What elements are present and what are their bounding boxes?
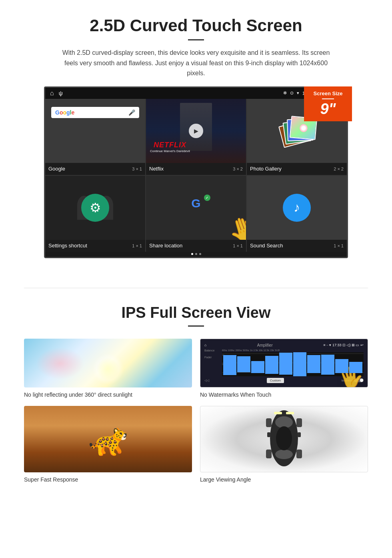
share-location-label-row: Share location 1 × 1 xyxy=(146,240,246,252)
netflix-app-cell[interactable]: ▶ NETFLIX Continue Marvel's Daredevil Ne… xyxy=(146,99,246,175)
nav-dots xyxy=(45,253,347,257)
google-cell-content: Google 🎤 xyxy=(45,99,145,163)
svg-point-2 xyxy=(275,450,293,459)
netflix-grid-size: 3 × 2 xyxy=(233,167,243,171)
google-label-row: Google 3 × 1 xyxy=(45,163,145,175)
car-svg xyxy=(264,406,304,470)
amp-custom-button[interactable]: Custom xyxy=(267,378,284,383)
nav-dot-2 xyxy=(195,253,197,255)
music-icon-circle: ♪ xyxy=(283,194,311,222)
netflix-cell-content: ▶ NETFLIX Continue Marvel's Daredevil xyxy=(146,99,246,163)
settings-icon-circle: ⚙ xyxy=(81,194,109,222)
amp-home-icon: ⌂ xyxy=(204,343,206,347)
cheetah-image: 🐆 xyxy=(24,406,192,472)
section1-description: With 2.5D curved-display screen, this de… xyxy=(56,48,336,78)
svg-rect-11 xyxy=(286,412,294,414)
cheetah-emoji: 🐆 xyxy=(88,420,128,458)
sound-search-label-row: Sound Search 1 × 1 xyxy=(247,240,347,252)
signal-icon: ▾ xyxy=(297,90,299,96)
settings-cell-top: ⚙ xyxy=(45,176,145,240)
nav-dot-3 xyxy=(199,253,201,255)
device-mockup: Screen Size 9" ⌂ ψ ✻ ⊙ ▾ 15:06 ⊡ ◁) ⊠ ▭ xyxy=(44,86,348,258)
sound-search-grid-size: 1 × 1 xyxy=(334,243,344,248)
amp-prev-icon: ◁◁ xyxy=(204,379,209,382)
maps-checkmark: ✓ xyxy=(204,195,210,201)
maps-g-letter: G ✓ xyxy=(185,197,207,210)
sunlight-burst xyxy=(92,353,124,385)
svg-point-3 xyxy=(276,426,292,450)
amp-header: ⌂ Amplifier ≡ ·· ▾ 17:33 ⊡ ◁) ⊠ ▭ ↩ xyxy=(204,343,364,347)
google-app-cell[interactable]: Google 🎤 Google 3 × 1 xyxy=(45,99,145,175)
photo-gallery-app-name: Photo Gallery xyxy=(250,166,282,172)
google-app-name: Google xyxy=(48,166,65,172)
gear-icon: ⚙ xyxy=(90,200,101,215)
car-caption: Large Viewing Angle xyxy=(200,476,368,483)
google-grid-size: 3 × 1 xyxy=(132,167,142,171)
mic-icon: 🎤 xyxy=(128,109,135,116)
svg-rect-5 xyxy=(298,432,301,437)
svg-rect-8 xyxy=(266,450,272,458)
netflix-subtitle: Continue Marvel's Daredevil xyxy=(150,149,190,153)
section2-divider xyxy=(188,325,204,327)
sunlight-caption: No light reflecting under 360° direct su… xyxy=(24,391,192,398)
sunlight-image xyxy=(24,339,192,387)
bluetooth-icon: ✻ xyxy=(283,90,287,96)
cheetah-card: 🐆 Super Fast Response xyxy=(24,406,192,483)
feature-image-grid: No light reflecting under 360° direct su… xyxy=(24,339,368,483)
share-location-app-name: Share location xyxy=(149,243,182,249)
android-screen: ⌂ ψ ✻ ⊙ ▾ 15:06 ⊡ ◁) ⊠ ▭ xyxy=(44,86,348,258)
amp-right-icons: ≡ ·· ▾ 17:33 ⊡ ◁) ⊠ ▭ ↩ xyxy=(323,343,364,347)
app-grid: Google 🎤 Google 3 × 1 xyxy=(45,99,347,252)
svg-rect-6 xyxy=(266,418,272,427)
netflix-play-btn[interactable]: ▶ xyxy=(189,124,203,138)
amp-time: 17:33 xyxy=(332,343,342,347)
flower-dot xyxy=(299,123,308,132)
sunlight-pink-glow xyxy=(36,347,84,379)
netflix-app-name: Netflix xyxy=(149,166,164,172)
sound-search-cell[interactable]: ♪ Sound Search 1 × 1 xyxy=(247,176,347,252)
share-location-cell[interactable]: G ✓ 🤚 Share location 1 × 1 xyxy=(146,176,246,252)
screen-size-badge: Screen Size 9" xyxy=(304,86,352,121)
amp-title: Amplifier xyxy=(257,343,273,347)
section1-divider xyxy=(188,39,204,40)
amplifier-image: ⌂ Amplifier ≡ ·· ▾ 17:33 ⊡ ◁) ⊠ ▭ ↩ Bala… xyxy=(200,339,368,387)
hand-pointing-icon: 🤚 xyxy=(224,211,246,240)
settings-shortcut-cell[interactable]: ⚙ Settings shortcut 1 × 1 xyxy=(45,176,145,252)
settings-cell-content: ⚙ xyxy=(45,176,145,240)
netflix-label-row: Netflix 3 × 2 xyxy=(146,163,246,175)
settings-app-name: Settings shortcut xyxy=(48,243,87,249)
settings-grid-size: 1 × 1 xyxy=(132,243,142,248)
sound-search-content: ♪ xyxy=(247,176,347,240)
nav-dot-1 xyxy=(191,253,193,255)
balance-label: Balance xyxy=(204,349,220,352)
sound-search-app-name: Sound Search xyxy=(250,243,283,249)
google-logo: Google xyxy=(55,109,74,116)
section-separator xyxy=(24,288,368,288)
share-location-top: G ✓ 🤚 xyxy=(146,176,246,240)
curved-screen-section: 2.5D Curved Touch Screen With 2.5D curve… xyxy=(0,0,392,272)
amplifier-card: ⌂ Amplifier ≡ ·· ▾ 17:33 ⊡ ◁) ⊠ ▭ ↩ Bala… xyxy=(200,339,368,398)
usb-icon: ψ xyxy=(59,90,63,96)
sound-search-top: ♪ xyxy=(247,176,347,240)
ips-section: IPS Full Screen View No light reflecting… xyxy=(0,304,392,499)
photo-gallery-grid-size: 2 × 2 xyxy=(334,167,344,171)
svg-rect-10 xyxy=(274,412,282,414)
google-search-bar[interactable]: Google 🎤 xyxy=(51,107,139,118)
car-image xyxy=(200,406,368,472)
share-location-content: G ✓ 🤚 xyxy=(146,176,246,240)
status-bar: ⌂ ψ ✻ ⊙ ▾ 15:06 ⊡ ◁) ⊠ ▭ xyxy=(45,88,347,99)
share-location-grid-size: 1 × 1 xyxy=(233,243,243,248)
car-card: Large Viewing Angle xyxy=(200,406,368,483)
home-icon: ⌂ xyxy=(50,90,54,97)
badge-title: Screen Size xyxy=(307,90,349,96)
svg-rect-7 xyxy=(296,418,302,427)
section1-title: 2.5D Curved Touch Screen xyxy=(24,16,368,35)
sunlight-card: No light reflecting under 360° direct su… xyxy=(24,339,192,398)
location-icon: ⊙ xyxy=(290,90,294,96)
google-cell-top: Google 🎤 xyxy=(45,99,145,163)
cheetah-caption: Super Fast Response xyxy=(24,476,192,483)
settings-label-row: Settings shortcut 1 × 1 xyxy=(45,240,145,252)
netflix-cell-top: ▶ NETFLIX Continue Marvel's Daredevil xyxy=(146,99,246,163)
section2-title: IPS Full Screen View xyxy=(24,304,368,321)
badge-divider xyxy=(322,98,334,99)
